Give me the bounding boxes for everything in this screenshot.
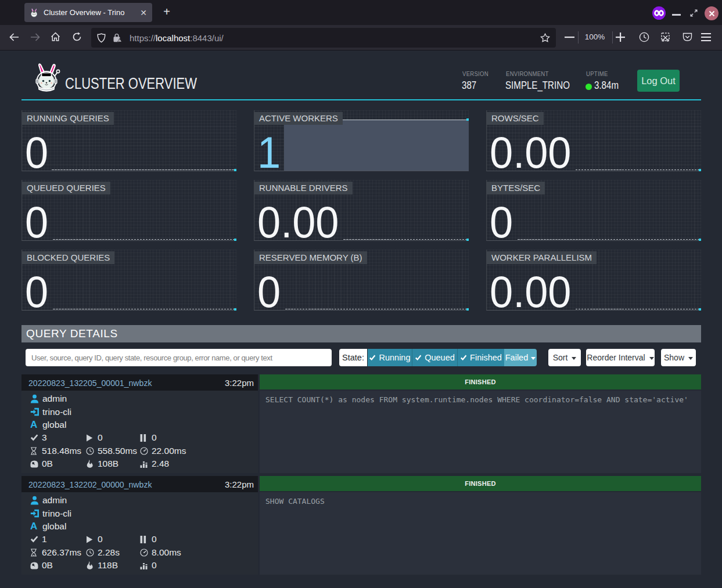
bookmark-star-icon[interactable] [540,33,550,42]
queued-splits-pause-icon [140,434,152,442]
cumulative-memory-stats-icon [140,460,152,468]
query-cpu-time: 22.00ms [152,446,186,456]
query-completed-splits: 1 [42,534,47,544]
window-maximize-button[interactable] [690,9,698,17]
reorder-interval-label: Reorder Interval [587,353,645,362]
query-execution-time: 518.48ms [42,446,81,456]
sort-dropdown[interactable]: Sort [548,349,581,366]
show-dropdown[interactable]: Show [661,349,696,366]
home-button[interactable] [51,32,60,42]
query-sql-text: SELECT COUNT(*) as nodes FROM system.run… [260,391,701,473]
logout-button[interactable]: Log Out [637,70,680,92]
check-icon [415,355,422,361]
chevron-down-icon [572,357,576,360]
url-text[interactable]: https://localhost:8443/ui/ [130,33,224,43]
state-filter-queued[interactable]: Queued [412,349,458,366]
query-row-header: 20220823_132205_00001_nwbzk 3:22pm [21,374,258,391]
version-value: 387 [462,80,476,92]
sparkline-endpoint-dot [466,239,469,241]
check-icon [369,355,376,361]
window-close-button[interactable] [705,6,719,20]
state-filter-finished-label: Finished [470,353,502,362]
zoom-level-indicator[interactable]: 100% [581,33,609,41]
running-splits-play-icon [86,536,98,543]
titlebar: Cluster Overview - Trino ✕ + [0,0,722,25]
query-current-memory: 0B [42,560,53,571]
query-peak-memory: 108B [98,459,118,469]
browser-tab[interactable]: Cluster Overview - Trino ✕ [24,3,152,22]
sparkline-endpoint-dot [234,308,236,311]
query-current-memory: 0B [42,459,53,469]
state-filter-finished[interactable]: Finished [458,349,504,366]
chevron-down-icon [531,357,536,360]
url-path: :8443/ui/ [190,33,224,43]
queued-splits-pause-icon [140,536,152,543]
user-icon [30,496,42,505]
zoom-in-button[interactable] [616,33,625,42]
stat-value: 0 [25,206,48,239]
query-running-splits: 0 [98,534,103,544]
query-row-header: 20220823_132202_00000_nwbzk 3:22pm [21,476,258,492]
query-search-input[interactable] [26,349,332,366]
stat-label: BYTES/SEC [487,182,545,194]
query-resource-group: global [42,420,66,430]
completed-splits-check-icon [30,536,42,543]
state-filter-failed-label: Failed [505,353,529,362]
stat-value: 0 [25,276,48,308]
sparkline-line [576,169,701,170]
sparkline-area [284,120,469,171]
stat-label: ACTIVE WORKERS [254,112,343,125]
reorder-interval-dropdown[interactable]: Reorder Interval [586,349,655,366]
separator [612,31,613,44]
url-scheme: https:// [130,33,156,43]
stat-value: 0.00 [490,276,572,308]
query-details-header: QUERY DETAILS [21,325,701,342]
reload-button[interactable] [72,32,82,42]
sparkline-endpoint-dot [699,239,701,241]
current-memory-hdd-icon [30,460,42,468]
forward-button[interactable] [30,33,40,42]
query-execution-time: 626.37ms [42,547,81,558]
query-source: trino-cli [42,508,71,519]
tracking-protection-shield-icon[interactable] [97,33,106,43]
stat-value: 0.00 [257,206,339,239]
tab-title: Cluster Overview - Trino [44,8,135,17]
stat-sparkline-runnable-drivers: RUNNABLE DRIVERS0.00 [254,180,469,241]
menu-hamburger-icon[interactable] [701,33,711,41]
query-id-link[interactable]: 20220823_132205_00001_nwbzk [28,378,152,388]
pocket-save-icon[interactable] [683,32,692,42]
stat-label: RESERVED MEMORY (B) [254,251,367,264]
query-user: admin [42,394,67,404]
sparkline-line [343,239,469,240]
new-tab-button[interactable]: + [160,6,173,19]
screenshot-tool-icon[interactable] [660,32,671,42]
state-filter-failed-dropdown[interactable]: Failed [504,349,537,366]
query-elapsed-time: 558.50ms [98,446,137,456]
stat-label: WORKER PARALLELISM [487,251,597,264]
state-filter-running-label: Running [379,353,410,362]
query-cpu-time: 8.00ms [152,547,181,558]
url-bar[interactable]: https://localhost:8443/ui/ [91,28,556,48]
history-clock-icon[interactable] [639,32,649,42]
url-host: localhost [156,33,190,43]
connection-lock-warning-icon[interactable] [113,33,122,43]
running-splits-play-icon [86,434,98,442]
peak-memory-fire-icon [86,561,98,569]
zoom-out-button[interactable] [565,37,574,38]
header-divider [21,99,701,100]
cpu-time-gauge-icon [140,549,152,557]
cpu-time-gauge-icon [140,447,152,455]
stat-value: 0.00 [490,136,572,169]
sparkline-endpoint-dot [466,118,469,121]
back-button[interactable] [9,33,19,42]
tab-close-icon[interactable]: ✕ [140,9,147,17]
window-minimize-button[interactable] [672,14,681,16]
state-filter-running[interactable]: Running [368,349,412,366]
query-id-link[interactable]: 20220823_132202_00000_nwbzk [28,479,152,489]
sparkline-endpoint-dot [699,308,701,311]
query-queued-splits: 0 [152,432,157,443]
query-sql-text: SHOW CATALOGS [260,492,701,575]
stat-label: BLOCKED QUERIES [22,251,114,264]
execution-time-hourglass-icon [30,447,42,455]
stat-sparkline-worker-parallelism: WORKER PARALLELISM0.00 [486,250,701,311]
